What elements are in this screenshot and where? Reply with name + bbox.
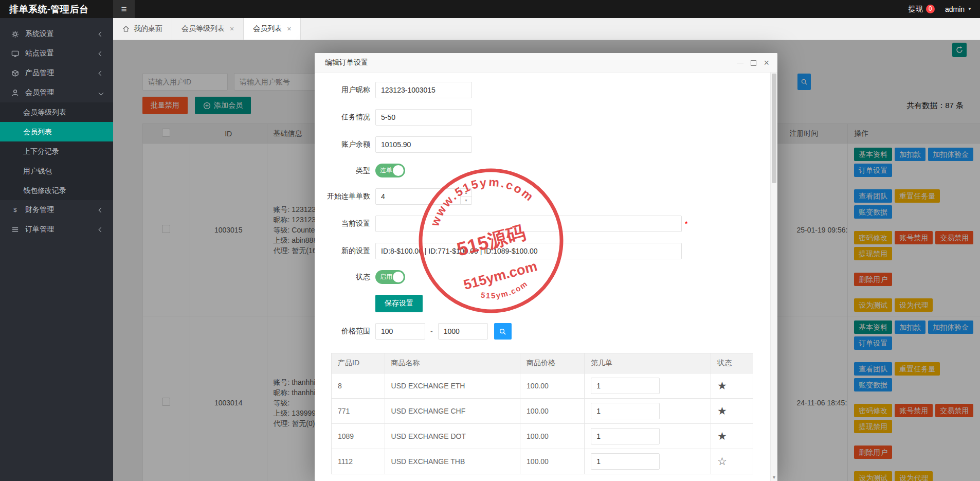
star-filled-icon[interactable]: ★: [717, 405, 727, 417]
order-number-input[interactable]: [591, 403, 660, 419]
op-button[interactable]: 账号禁用: [895, 404, 933, 417]
tab-close-icon[interactable]: ×: [230, 25, 234, 33]
op-button[interactable]: 设为测试: [854, 298, 892, 312]
new-setting-input[interactable]: [375, 243, 682, 259]
row-checkbox[interactable]: [162, 225, 170, 233]
op-button[interactable]: 加扣体验金: [928, 320, 973, 334]
op-button[interactable]: 账变数据: [854, 205, 892, 219]
hamburger-menu-button[interactable]: ≡: [113, 0, 135, 18]
sidebar-item-order[interactable]: 订单管理: [0, 220, 113, 239]
price-search-button[interactable]: [494, 323, 512, 340]
scrollbar-down-arrow[interactable]: ▼: [771, 475, 777, 480]
op-button[interactable]: 加扣款: [895, 148, 925, 161]
op-button[interactable]: 交易禁用: [935, 404, 973, 417]
op-button[interactable]: 重置任务量: [895, 362, 940, 376]
save-settings-button[interactable]: 保存设置: [375, 295, 423, 312]
batch-disable-button[interactable]: 批量禁用: [142, 97, 188, 114]
sidebar-item-member[interactable]: 会员管理: [0, 83, 113, 102]
price-max-input[interactable]: [438, 323, 488, 340]
close-icon[interactable]: ×: [764, 58, 769, 67]
order-number-input[interactable]: [591, 453, 660, 470]
op-button[interactable]: 加扣款: [895, 320, 925, 334]
sidebar-subitem[interactable]: 上下分记录: [0, 141, 113, 161]
sidebar-item-site[interactable]: 站点设置: [0, 44, 113, 63]
sidebar-item-product[interactable]: 产品管理: [0, 63, 113, 83]
search-button[interactable]: [797, 74, 811, 90]
minimize-icon[interactable]: [737, 63, 743, 63]
op-button[interactable]: 订单设置: [854, 336, 892, 350]
order-number-input[interactable]: [591, 378, 660, 394]
star-filled-icon[interactable]: ★: [717, 380, 727, 391]
task-input[interactable]: [375, 109, 472, 126]
op-button[interactable]: 设为代理: [895, 298, 933, 312]
maximize-icon[interactable]: [751, 60, 756, 66]
star-filled-icon[interactable]: ★: [717, 430, 727, 442]
chevron-down-icon: [99, 90, 104, 95]
scrollbar-thumb[interactable]: [772, 74, 776, 183]
hamburger-icon: ≡: [121, 4, 126, 15]
add-member-button[interactable]: 添加会员: [195, 97, 251, 114]
op-button[interactable]: 查看团队: [854, 189, 892, 203]
op-button[interactable]: 删除用户: [854, 273, 892, 286]
op-button[interactable]: 交易禁用: [935, 231, 973, 244]
sidebar-subitem[interactable]: 钱包修改记录: [0, 181, 113, 200]
product-row: 1112USD EXCHANGE THB100.00☆: [332, 449, 753, 474]
op-button[interactable]: 提现禁用: [854, 247, 892, 260]
select-all-checkbox[interactable]: [162, 129, 170, 137]
chevron-left-icon: [99, 51, 104, 56]
order-number-input[interactable]: [591, 428, 660, 444]
search-user-id-input[interactable]: [142, 73, 228, 91]
start-count-input[interactable]: [375, 188, 472, 205]
op-button[interactable]: 删除用户: [854, 446, 892, 459]
sidebar-item-finance[interactable]: $财务管理: [0, 200, 113, 220]
sidebar-subitem[interactable]: 会员等级列表: [0, 102, 113, 122]
svg-text:$: $: [13, 207, 17, 213]
col-id: ID: [190, 124, 267, 144]
op-button[interactable]: 设为代理: [895, 471, 933, 481]
sidebar-subitem[interactable]: 会员列表: [0, 122, 113, 141]
user-menu[interactable]: admin ▼: [945, 5, 972, 13]
op-button[interactable]: 设为测试: [854, 471, 892, 481]
nickname-input[interactable]: [375, 82, 472, 98]
tab-1[interactable]: 会员等级列表×: [172, 18, 244, 40]
modal-scrollbar[interactable]: ▼: [770, 73, 777, 481]
refresh-button[interactable]: [952, 43, 967, 57]
sidebar-subitem[interactable]: 用户钱包: [0, 161, 113, 181]
col-product-price: 商品价格: [520, 353, 585, 373]
op-button[interactable]: 查看团队: [854, 362, 892, 376]
tab-2[interactable]: 会员列表×: [244, 18, 301, 40]
tab-0[interactable]: 我的桌面: [113, 18, 172, 40]
op-button[interactable]: 加扣体验金: [928, 148, 973, 161]
status-switch[interactable]: 启用: [375, 270, 405, 284]
status-label: 状态: [315, 273, 375, 282]
op-button[interactable]: 账变数据: [854, 378, 892, 391]
op-button[interactable]: 重置任务量: [895, 189, 940, 203]
type-switch[interactable]: 连单: [375, 164, 405, 177]
op-button[interactable]: 提现禁用: [854, 420, 892, 433]
row-checkbox[interactable]: [162, 398, 170, 406]
price-min-input[interactable]: [375, 323, 425, 340]
current-setting-input[interactable]: [375, 216, 682, 232]
product-name: USD EXCHANGE THB: [385, 449, 520, 474]
product-id: 8: [332, 373, 385, 399]
op-button[interactable]: 基本资料: [854, 148, 892, 161]
price-range-label: 价格范围: [315, 327, 375, 336]
sidebar-item-label: 系统设置: [25, 29, 99, 39]
sidebar-item-system[interactable]: 系统设置: [0, 24, 113, 44]
star-outline-icon[interactable]: ☆: [717, 455, 727, 467]
op-button[interactable]: 订单设置: [854, 164, 892, 177]
balance-input[interactable]: [375, 136, 472, 153]
chevron-left-icon: [99, 31, 104, 37]
dollar-icon: $: [11, 206, 20, 214]
withdraw-link[interactable]: 提现 0: [909, 5, 935, 14]
op-button[interactable]: 密码修改: [854, 404, 892, 417]
type-label: 类型: [315, 166, 375, 175]
tab-label: 我的桌面: [134, 24, 162, 33]
tab-label: 会员列表: [253, 24, 282, 33]
tab-close-icon[interactable]: ×: [287, 25, 291, 33]
op-button[interactable]: 基本资料: [854, 320, 892, 334]
op-button[interactable]: 账号禁用: [895, 231, 933, 244]
op-button[interactable]: 密码修改: [854, 231, 892, 244]
search-account-input[interactable]: [234, 73, 319, 91]
number-spinner[interactable]: ▲▼: [460, 189, 471, 204]
